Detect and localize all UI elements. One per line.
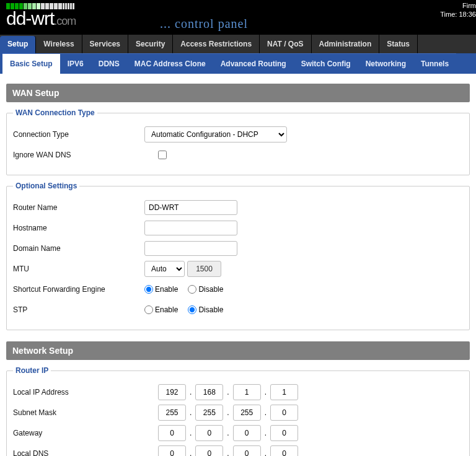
sfe-label: Shortcut Forwarding Engine [13, 285, 144, 294]
mtu-mode-select[interactable]: Auto [144, 261, 185, 277]
sub-tab-mac-address-clone[interactable]: MAC Address Clone [127, 53, 213, 74]
main-tab-status[interactable]: Status [379, 35, 418, 53]
main-tab-setup[interactable]: Setup [0, 36, 36, 53]
fieldset-optional-settings: Optional Settings Router Name Hostname D… [6, 182, 470, 330]
sub-tab-basic-setup[interactable]: Basic Setup [2, 53, 60, 74]
local-ip-2[interactable] [195, 384, 223, 400]
gateway-1[interactable] [158, 425, 186, 441]
mtu-label: MTU [13, 265, 144, 273]
connection-type-select[interactable]: Automatic Configuration - DHCP [144, 126, 287, 142]
subnet-label: Subnet Mask [13, 408, 144, 417]
stp-disable[interactable]: Disable [188, 305, 223, 315]
control-panel-label: ... control panel [160, 17, 248, 31]
main-tab-wireless[interactable]: Wireless [36, 35, 82, 53]
section-wan-setup: WAN Setup [6, 84, 470, 102]
main-tab-nat-qos[interactable]: NAT / QoS [260, 35, 311, 53]
local-ip-1[interactable] [158, 384, 186, 400]
router-name-input[interactable] [144, 200, 237, 215]
stp-enable[interactable]: Enable [144, 305, 178, 315]
main-tab-access-restrictions[interactable]: Access Restrictions [173, 35, 260, 53]
fieldset-wan-connection: WAN Connection Type Connection Type Auto… [6, 108, 470, 175]
mtu-value-input[interactable] [187, 261, 221, 277]
section-network-setup: Network Setup [6, 341, 470, 360]
main-tab-services[interactable]: Services [82, 35, 128, 53]
sub-tab-networking[interactable]: Networking [358, 53, 413, 74]
connection-type-label: Connection Type [13, 130, 144, 139]
stp-label: STP [13, 305, 144, 314]
gateway-label: Gateway [13, 429, 144, 437]
sfe-enable[interactable]: Enable [144, 285, 178, 294]
legend-optional: Optional Settings [13, 182, 79, 190]
local-ip-3[interactable] [233, 384, 261, 400]
legend-router-ip: Router IP [13, 366, 51, 375]
logo-text: dd-wrt.com [6, 9, 76, 28]
sub-tab-switch-config[interactable]: Switch Config [294, 53, 358, 74]
ignore-wan-dns-checkbox[interactable] [158, 151, 167, 159]
ignore-wan-dns-label: Ignore WAN DNS [13, 151, 144, 159]
sfe-disable[interactable]: Disable [188, 285, 223, 294]
gateway-4[interactable] [270, 425, 298, 441]
local-ip-label: Local IP Address [13, 388, 144, 397]
subnet-3[interactable] [233, 405, 261, 421]
local-ip-4[interactable] [270, 384, 298, 400]
gateway-2[interactable] [195, 425, 223, 441]
sub-tabs: Basic SetupIPV6DDNSMAC Address CloneAdva… [0, 53, 476, 74]
sub-tab-advanced-routing[interactable]: Advanced Routing [213, 53, 294, 74]
hostname-label: Hostname [13, 224, 144, 232]
subnet-4[interactable] [270, 405, 298, 421]
dns-2[interactable] [195, 445, 223, 456]
dns-3[interactable] [233, 445, 261, 456]
sub-tab-ddns[interactable]: DDNS [91, 53, 127, 74]
dns-4[interactable] [270, 445, 298, 456]
fieldset-router-ip: Router IP Local IP Address . . . Subnet … [6, 366, 470, 456]
hostname-input[interactable] [144, 221, 237, 235]
domain-name-label: Domain Name [13, 244, 144, 253]
router-name-label: Router Name [13, 203, 144, 212]
main-tab-security[interactable]: Security [128, 35, 173, 53]
main-tab-administration[interactable]: Administration [312, 35, 380, 53]
time-label: Time: 18:36 [440, 10, 476, 19]
legend-wan-connection: WAN Connection Type [13, 108, 97, 117]
subnet-2[interactable] [195, 405, 223, 421]
local-dns-label: Local DNS [13, 449, 144, 456]
logo: dd-wrt.com [6, 2, 76, 28]
main-tabs: SetupWirelessServicesSecurityAccess Rest… [0, 35, 476, 53]
dns-1[interactable] [158, 445, 186, 456]
sub-tab-tunnels[interactable]: Tunnels [413, 53, 456, 74]
firmware-label: Firm [440, 1, 476, 10]
header-info: Firm Time: 18:36 [440, 1, 476, 19]
domain-name-input[interactable] [144, 241, 237, 256]
header: dd-wrt.com ... control panel Firm Time: … [0, 0, 476, 35]
sub-tab-ipv6[interactable]: IPV6 [60, 53, 91, 74]
subnet-1[interactable] [158, 405, 186, 421]
gateway-3[interactable] [233, 425, 261, 441]
